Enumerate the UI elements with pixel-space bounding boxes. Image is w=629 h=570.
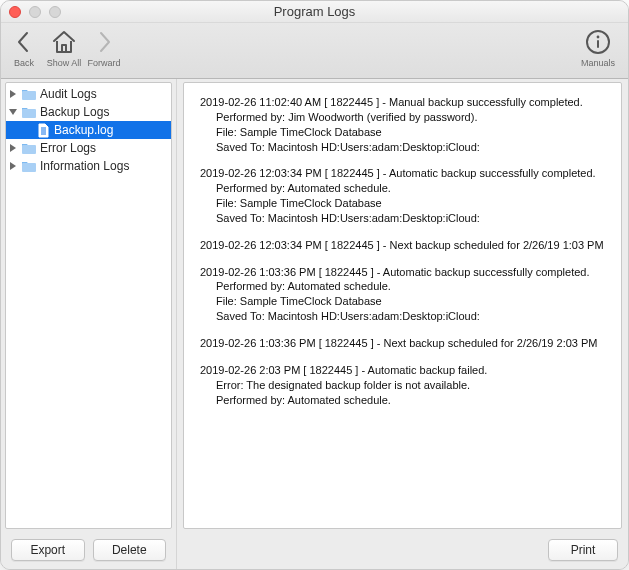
log-entry-line: Error: The designated backup folder is n…	[208, 378, 611, 393]
home-icon	[50, 27, 78, 57]
log-entry-header: 2019-02-26 1:03:36 PM [ 1822445 ] - Auto…	[208, 265, 611, 280]
info-circle-icon	[585, 27, 611, 57]
zoom-window-button[interactable]	[49, 6, 61, 18]
delete-button[interactable]: Delete	[93, 539, 167, 561]
tree-node-information-logs[interactable]: Information Logs	[6, 157, 171, 175]
log-tree[interactable]: Audit Logs Backup Logs ▸	[5, 82, 172, 529]
disclosure-right-icon[interactable]	[8, 162, 18, 170]
nav-group: Back Show All Forward	[9, 27, 119, 68]
log-entry-line: Saved To: Macintosh HD:Users:adam:Deskto…	[208, 309, 611, 324]
svg-rect-6	[22, 163, 36, 172]
log-entry-line: Performed by: Automated schedule.	[208, 181, 611, 196]
print-button[interactable]: Print	[548, 539, 618, 561]
svg-rect-2	[597, 40, 599, 48]
log-entry: 2019-02-26 12:03:34 PM [ 1822445 ] - Nex…	[208, 238, 611, 253]
toolbar: Back Show All Forward	[1, 23, 628, 79]
show-all-button[interactable]: Show All	[43, 27, 85, 68]
manuals-button[interactable]: Manuals	[576, 27, 620, 68]
log-entry-header: 2019-02-26 12:03:34 PM [ 1822445 ] - Nex…	[208, 238, 611, 253]
tree-node-label: Audit Logs	[40, 87, 97, 101]
log-entry-header: 2019-02-26 11:02:40 AM [ 1822445 ] - Man…	[208, 95, 611, 110]
close-window-button[interactable]	[9, 6, 21, 18]
window: Program Logs Back Show All	[0, 0, 629, 570]
show-all-label: Show All	[47, 58, 82, 68]
log-entry-line: Saved To: Macintosh HD:Users:adam:Deskto…	[208, 211, 611, 226]
log-entry: 2019-02-26 1:03:36 PM [ 1822445 ] - Auto…	[208, 265, 611, 324]
folder-icon	[21, 140, 37, 156]
log-entry-line: File: Sample TimeClock Database	[208, 196, 611, 211]
log-entry-line: Performed by: Automated schedule.	[208, 393, 611, 408]
manuals-label: Manuals	[581, 58, 615, 68]
log-entry: 2019-02-26 11:02:40 AM [ 1822445 ] - Man…	[208, 95, 611, 154]
log-entry-line: File: Sample TimeClock Database	[208, 125, 611, 140]
forward-label: Forward	[88, 58, 121, 68]
log-entry-line: Performed by: Jim Woodworth (verified by…	[208, 110, 611, 125]
content-area: Audit Logs Backup Logs ▸	[1, 79, 628, 569]
tree-node-error-logs[interactable]: Error Logs	[6, 139, 171, 157]
log-entry-line: Saved To: Macintosh HD:Users:adam:Deskto…	[208, 140, 611, 155]
log-entry-line: File: Sample TimeClock Database	[208, 294, 611, 309]
tree-node-backup-log-file[interactable]: ▸ Backup.log	[6, 121, 171, 139]
disclosure-right-icon[interactable]	[8, 90, 18, 98]
window-title: Program Logs	[1, 4, 628, 19]
log-entry: 2019-02-26 12:03:34 PM [ 1822445 ] - Aut…	[208, 166, 611, 225]
sidebar: Audit Logs Backup Logs ▸	[1, 79, 177, 569]
main-buttons: Print	[183, 529, 622, 561]
titlebar: Program Logs	[1, 1, 628, 23]
log-entry-header: 2019-02-26 1:03:36 PM [ 1822445 ] - Next…	[208, 336, 611, 351]
tree-node-label: Error Logs	[40, 141, 96, 155]
sidebar-buttons: Export Delete	[5, 529, 172, 569]
svg-rect-3	[22, 91, 36, 100]
chevron-left-icon	[15, 27, 33, 57]
forward-button[interactable]: Forward	[89, 27, 119, 68]
minimize-window-button[interactable]	[29, 6, 41, 18]
file-icon	[35, 122, 51, 138]
disclosure-right-icon[interactable]	[8, 144, 18, 152]
log-entry: 2019-02-26 1:03:36 PM [ 1822445 ] - Next…	[208, 336, 611, 351]
svg-point-1	[597, 36, 600, 39]
tree-node-label: Backup Logs	[40, 105, 109, 119]
back-button[interactable]: Back	[9, 27, 39, 68]
tree-node-audit-logs[interactable]: Audit Logs	[6, 85, 171, 103]
folder-icon	[21, 158, 37, 174]
back-label: Back	[14, 58, 34, 68]
log-entry-header: 2019-02-26 2:03 PM [ 1822445 ] - Automat…	[208, 363, 611, 378]
tree-node-label: Information Logs	[40, 159, 129, 173]
tree-node-label: Backup.log	[54, 123, 113, 137]
log-text-view[interactable]: 2019-02-26 11:02:40 AM [ 1822445 ] - Man…	[183, 82, 622, 529]
svg-rect-4	[22, 109, 36, 118]
folder-icon	[21, 104, 37, 120]
window-controls	[9, 6, 61, 18]
disclosure-down-icon[interactable]	[8, 108, 18, 116]
main-panel: 2019-02-26 11:02:40 AM [ 1822445 ] - Man…	[177, 79, 628, 569]
tree-node-backup-logs[interactable]: Backup Logs	[6, 103, 171, 121]
export-button[interactable]: Export	[11, 539, 85, 561]
log-entry-header: 2019-02-26 12:03:34 PM [ 1822445 ] - Aut…	[208, 166, 611, 181]
log-entry-line: Performed by: Automated schedule.	[208, 279, 611, 294]
chevron-right-icon	[95, 27, 113, 57]
svg-rect-5	[22, 145, 36, 154]
log-entry: 2019-02-26 2:03 PM [ 1822445 ] - Automat…	[208, 363, 611, 408]
folder-icon	[21, 86, 37, 102]
